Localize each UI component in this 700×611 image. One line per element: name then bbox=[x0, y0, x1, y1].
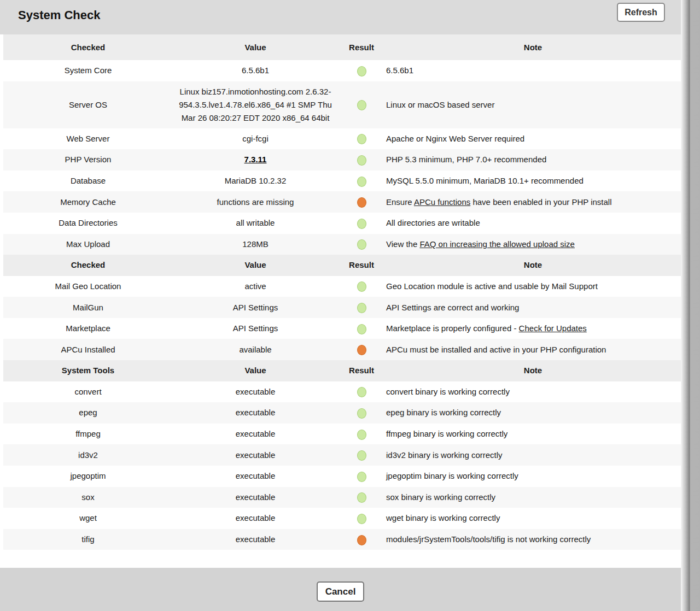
table-row: wgetexecutablewget binary is working cor… bbox=[3, 508, 681, 529]
note-text: jpegoptim binary is working correctly bbox=[386, 471, 518, 480]
note-link[interactable]: APCu functions bbox=[414, 197, 470, 207]
status-ok-dot bbox=[357, 177, 366, 187]
checked-cell: ffmpeg bbox=[3, 424, 173, 444]
refresh-button[interactable]: Refresh bbox=[617, 3, 665, 22]
value-cell: executable bbox=[173, 381, 338, 402]
checked-cell: sox bbox=[3, 487, 173, 508]
status-fail-dot bbox=[357, 535, 366, 545]
result-cell bbox=[338, 402, 385, 423]
result-cell bbox=[338, 276, 385, 297]
result-cell bbox=[338, 445, 385, 466]
table-row: ffmpegexecutableffmpeg binary is working… bbox=[3, 424, 681, 445]
table-row: jpegoptimexecutablejpegoptim binary is w… bbox=[3, 466, 681, 487]
column-header-note: Note bbox=[385, 37, 681, 58]
checked-cell: Memory Cache bbox=[3, 192, 173, 213]
result-cell bbox=[338, 213, 385, 233]
column-header-note: Note bbox=[385, 360, 681, 381]
value-cell: executable bbox=[173, 529, 338, 550]
note-text: Apache or Nginx Web Server required bbox=[386, 134, 524, 143]
status-ok-dot bbox=[357, 387, 366, 397]
checked-cell: MailGun bbox=[3, 297, 173, 318]
table-row: System Core6.5.6b16.5.6b1 bbox=[3, 60, 681, 81]
value-cell: 6.5.6b1 bbox=[173, 60, 338, 81]
title-bar: System Check Refresh bbox=[0, 0, 681, 34]
note-cell: id3v2 binary is working correctly bbox=[385, 445, 681, 466]
status-ok-dot bbox=[357, 155, 366, 166]
note-cell: APCu must be installed and active in you… bbox=[385, 339, 681, 360]
note-link[interactable]: FAQ on increasing the allowed upload siz… bbox=[419, 239, 575, 249]
note-text: Linux or macOS based server bbox=[386, 100, 494, 109]
note-cell: PHP 5.3 minimum, PHP 7.0+ recommended bbox=[385, 149, 681, 170]
column-header-result: Result bbox=[338, 37, 385, 58]
table-section: CheckedValueResultNoteSystem Core6.5.6b1… bbox=[3, 34, 681, 255]
table-row: DatabaseMariaDB 10.2.32MySQL 5.5.0 minim… bbox=[3, 171, 681, 192]
result-cell bbox=[338, 95, 385, 115]
status-ok-dot bbox=[357, 134, 366, 144]
checked-cell: jpegoptim bbox=[3, 466, 173, 486]
system-check-panel: System Check Refresh CheckedValueResultN… bbox=[0, 0, 681, 550]
value-cell: executable bbox=[173, 487, 338, 508]
checked-cell: Mail Geo Location bbox=[3, 276, 173, 297]
status-ok-dot bbox=[357, 66, 366, 77]
status-ok-dot bbox=[357, 324, 366, 334]
table-header-row: System ToolsValueResultNote bbox=[3, 360, 681, 381]
note-text: ffmpeg binary is working correctly bbox=[386, 429, 508, 438]
result-cell bbox=[338, 529, 385, 550]
note-text: Marketplace is properly configured - bbox=[386, 324, 519, 333]
note-text: epeg binary is working correctly bbox=[386, 408, 501, 417]
value-cell: API Settings bbox=[173, 297, 338, 318]
status-fail-dot bbox=[357, 197, 366, 208]
status-ok-dot bbox=[357, 472, 366, 482]
page-edge-shadow bbox=[681, 0, 700, 611]
note-text: APCu must be installed and active in you… bbox=[386, 345, 606, 354]
table-header-row: CheckedValueResultNote bbox=[3, 34, 681, 60]
note-cell: Linux or macOS based server bbox=[385, 95, 681, 115]
cancel-button[interactable]: Cancel bbox=[317, 581, 365, 602]
value-cell: 7.3.11 bbox=[173, 149, 338, 170]
value-cell: Linux biz157.inmotionhosting.com 2.6.32-… bbox=[173, 81, 338, 128]
footer-bar: Cancel bbox=[0, 568, 681, 611]
status-ok-dot bbox=[357, 281, 366, 292]
column-header-note: Note bbox=[385, 255, 681, 275]
table-row: MarketplaceAPI SettingsMarketplace is pr… bbox=[3, 318, 681, 339]
value-cell: 128MB bbox=[173, 234, 338, 255]
column-header-checked: Checked bbox=[3, 255, 173, 275]
result-cell bbox=[338, 171, 385, 191]
note-text: API Settings are correct and working bbox=[386, 303, 519, 312]
note-cell: API Settings are correct and working bbox=[385, 297, 681, 318]
table-row: PHP Version7.3.11PHP 5.3 minimum, PHP 7.… bbox=[3, 149, 681, 171]
table-row: tifigexecutablemodules/jrSystemTools/too… bbox=[3, 529, 681, 550]
note-cell: MySQL 5.5.0 minimum, MariaDB 10.1+ recom… bbox=[385, 171, 681, 191]
value-cell: executable bbox=[173, 466, 338, 486]
value-link[interactable]: 7.3.11 bbox=[244, 155, 267, 164]
value-cell: active bbox=[173, 276, 338, 297]
note-cell: Ensure APCu functions have been enabled … bbox=[385, 192, 681, 213]
column-header-value: Value bbox=[173, 37, 338, 58]
note-cell: sox binary is working correctly bbox=[385, 487, 681, 508]
table-row: soxexecutablesox binary is working corre… bbox=[3, 487, 681, 508]
checked-cell: Web Server bbox=[3, 128, 173, 149]
status-ok-dot bbox=[357, 408, 366, 419]
note-text: Geo Location module is active and usable… bbox=[386, 281, 598, 291]
value-cell: available bbox=[173, 339, 338, 360]
note-link[interactable]: Check for Updates bbox=[519, 324, 587, 333]
note-text: modules/jrSystemTools/tools/tifig is not… bbox=[386, 534, 591, 544]
result-cell bbox=[338, 297, 385, 318]
column-header-value: Value bbox=[173, 360, 338, 381]
result-cell bbox=[338, 234, 385, 255]
value-cell: all writable bbox=[173, 213, 338, 233]
note-cell: 6.5.6b1 bbox=[385, 60, 681, 81]
column-header-checked: System Tools bbox=[3, 360, 173, 381]
table-section: CheckedValueResultNoteMail Geo Locationa… bbox=[3, 255, 681, 360]
note-cell: convert binary is working correctly bbox=[385, 381, 681, 402]
note-cell: wget binary is working correctly bbox=[385, 508, 681, 528]
table-row: MailGunAPI SettingsAPI Settings are corr… bbox=[3, 297, 681, 318]
value-cell: functions are missing bbox=[173, 192, 338, 213]
result-cell bbox=[338, 381, 385, 402]
status-ok-dot bbox=[357, 239, 366, 250]
value-cell: executable bbox=[173, 445, 338, 466]
status-ok-dot bbox=[357, 100, 366, 110]
column-header-result: Result bbox=[338, 255, 385, 275]
table-row: id3v2executableid3v2 binary is working c… bbox=[3, 444, 681, 466]
status-ok-dot bbox=[357, 492, 366, 503]
